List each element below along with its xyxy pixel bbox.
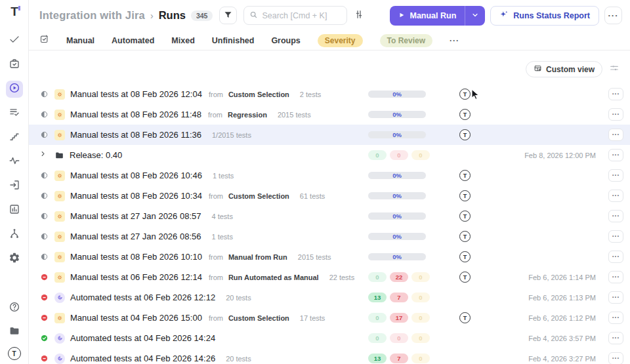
- run-title[interactable]: Automated tests at 04 Feb 2026 14:24: [70, 333, 215, 343]
- custom-view-button[interactable]: Custom view: [526, 61, 602, 77]
- row-menu-button[interactable]: ···: [608, 291, 623, 304]
- sidebar-item-test-plans[interactable]: [6, 105, 23, 122]
- row-menu-button[interactable]: ···: [608, 169, 623, 182]
- run-menu-cell: ···: [601, 291, 623, 304]
- run-title[interactable]: Release: 0.40: [70, 150, 122, 160]
- chevron-right-icon[interactable]: [39, 150, 49, 160]
- manual-run-button[interactable]: Manual Run: [390, 11, 465, 20]
- assignee-avatar[interactable]: T: [459, 272, 471, 283]
- failed-count-badge: 22: [390, 272, 408, 282]
- assignee-avatar[interactable]: T: [459, 312, 471, 323]
- run-stats: 1370: [368, 293, 430, 302]
- row-menu-button[interactable]: ···: [608, 88, 623, 100]
- row-menu-button[interactable]: ···: [608, 210, 623, 222]
- tab-unfinished[interactable]: Unfinished: [212, 36, 255, 45]
- assignee-avatar[interactable]: T: [459, 170, 471, 181]
- sidebar-item-help[interactable]: [6, 300, 23, 317]
- run-tests-count: 20 tests: [226, 355, 251, 363]
- runs-status-report-button[interactable]: Runs Status Report: [490, 6, 599, 26]
- run-title[interactable]: Manual tests at 08 Feb 2026 10:46: [70, 171, 202, 180]
- assignee-avatar[interactable]: T: [459, 129, 471, 140]
- run-title[interactable]: Manual tests at 27 Jan 2026 08:56: [70, 232, 201, 241]
- tab-groups[interactable]: Groups: [271, 36, 300, 45]
- sidebar-item-runs[interactable]: [6, 81, 23, 98]
- sidebar-item-analytics[interactable]: [6, 202, 23, 219]
- header-more-button[interactable]: ···: [604, 7, 622, 24]
- assignee-avatar[interactable]: T: [459, 190, 471, 201]
- run-title[interactable]: Manual tests at 04 Feb 2026 15:00: [70, 313, 202, 323]
- run-title[interactable]: Manual tests at 08 Feb 2026 10:10: [70, 252, 202, 262]
- page-title: Runs: [159, 9, 186, 22]
- sidebar-item-check[interactable]: [6, 32, 23, 49]
- run-row: Manual tests at 08 Feb 2026 10:34fromCus…: [29, 186, 630, 206]
- run-row-main: Manual tests at 27 Jan 2026 08:561 tests: [39, 232, 368, 242]
- run-title[interactable]: Automated tests at 06 Feb 2026 12:12: [70, 293, 215, 302]
- search-input[interactable]: [262, 11, 334, 20]
- assignee-avatar[interactable]: T: [459, 211, 471, 222]
- passed-count-badge: 13: [368, 354, 387, 363]
- assignee-avatar[interactable]: T: [459, 251, 471, 262]
- run-title[interactable]: Automated tests at 04 Feb 2026 14:26: [70, 354, 215, 363]
- run-title[interactable]: Manual tests at 08 Feb 2026 10:34: [70, 191, 202, 201]
- sidebar-item-pulse[interactable]: [6, 153, 23, 171]
- tab-automated[interactable]: Automated: [112, 36, 154, 45]
- run-from-label: from: [208, 111, 222, 119]
- tabs-more-button[interactable]: ···: [450, 36, 459, 45]
- run-row: Manual tests at 27 Jan 2026 08:561 tests…: [29, 226, 630, 247]
- sidebar-item-branch[interactable]: [6, 226, 23, 243]
- tab-to-review[interactable]: To Review: [380, 34, 432, 47]
- saved-filters-icon[interactable]: [39, 34, 49, 47]
- run-title[interactable]: Manual tests at 08 Feb 2026 11:48: [70, 110, 201, 119]
- run-menu-cell: ···: [601, 149, 623, 161]
- manual-run-type-icon: [54, 272, 65, 283]
- tab-severity[interactable]: Severity: [318, 34, 363, 47]
- run-stats: 0%: [368, 131, 430, 138]
- search-box[interactable]: [243, 6, 347, 25]
- run-title[interactable]: Manual tests at 27 Jan 2026 08:57: [70, 211, 201, 221]
- app-logo[interactable]: T: [10, 5, 18, 18]
- in-progress-icon: [39, 232, 49, 241]
- run-row: Manual tests at 06 Feb 2026 12:14fromRun…: [29, 267, 630, 287]
- row-menu-button[interactable]: ···: [608, 271, 623, 283]
- manual-run-type-icon: [54, 313, 65, 323]
- row-menu-button[interactable]: ···: [608, 332, 623, 344]
- row-menu-button[interactable]: ···: [608, 312, 623, 324]
- run-row-main: Release: 0.40: [39, 150, 368, 160]
- row-menu-button[interactable]: ···: [608, 149, 623, 161]
- assignee-avatar[interactable]: T: [459, 231, 471, 242]
- sidebar-item-import[interactable]: [6, 178, 23, 195]
- manual-run-dropdown[interactable]: [465, 6, 485, 26]
- filter-button[interactable]: [219, 7, 237, 24]
- tab-mixed[interactable]: Mixed: [171, 36, 194, 45]
- row-menu-button[interactable]: ···: [608, 129, 623, 141]
- sidebar-item-settings[interactable]: [6, 251, 23, 268]
- run-row: Manual tests at 08 Feb 2026 10:461 tests…: [29, 165, 630, 186]
- run-tests-count: 1 tests: [211, 233, 232, 241]
- runs-count-badge: 345: [191, 10, 213, 21]
- run-title[interactable]: Manual tests at 08 Feb 2026 12:04: [70, 89, 202, 99]
- automated-run-type-icon: [54, 354, 65, 364]
- row-menu-button[interactable]: ···: [608, 251, 623, 263]
- run-title[interactable]: Manual tests at 06 Feb 2026 12:14: [70, 272, 202, 282]
- run-source: Manual from Run: [228, 253, 287, 261]
- run-stats: 0%: [368, 192, 430, 199]
- sidebar-item-tasks[interactable]: [6, 56, 23, 73]
- row-menu-button[interactable]: ···: [608, 190, 623, 202]
- sidebar-item-steps[interactable]: [6, 129, 23, 146]
- run-assignee-cell: T: [430, 272, 499, 283]
- assignee-avatar[interactable]: T: [459, 89, 471, 100]
- run-title[interactable]: Manual tests at 08 Feb 2026 11:36: [70, 130, 201, 140]
- funnel-icon: [223, 10, 233, 22]
- row-menu-button[interactable]: ···: [608, 230, 623, 243]
- row-menu-button[interactable]: ···: [608, 352, 623, 364]
- search-settings-icon[interactable]: [354, 9, 364, 22]
- breadcrumb-project[interactable]: Integration with Jira: [39, 9, 145, 22]
- assignee-avatar[interactable]: T: [459, 109, 471, 120]
- run-progress-label: 0%: [368, 132, 426, 138]
- tab-manual[interactable]: Manual: [66, 36, 94, 45]
- row-menu-button[interactable]: ···: [608, 108, 623, 121]
- passed-count-badge: 0: [368, 313, 387, 323]
- sidebar-item-projects[interactable]: [6, 323, 23, 340]
- view-settings-icon[interactable]: [609, 63, 620, 76]
- user-avatar[interactable]: T: [8, 347, 21, 360]
